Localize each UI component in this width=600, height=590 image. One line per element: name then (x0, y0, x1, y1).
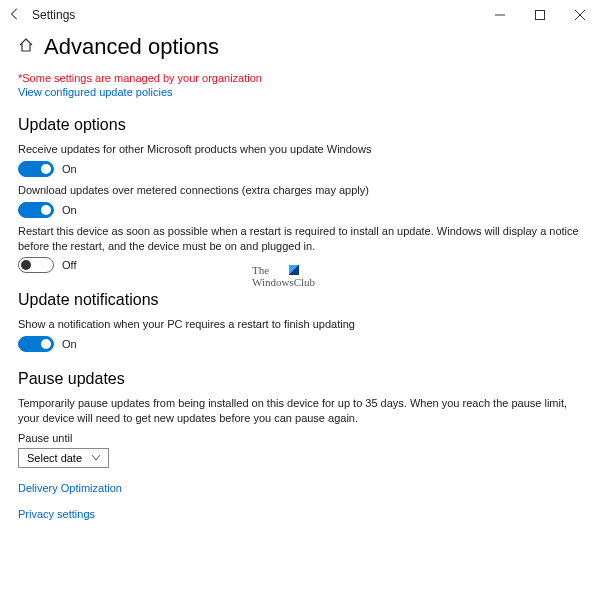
app-title: Settings (32, 8, 75, 22)
section-title-notifications: Update notifications (18, 291, 582, 309)
back-button[interactable] (8, 7, 32, 24)
page-content: Advanced options *Some settings are mana… (0, 30, 600, 530)
toggle-metered[interactable] (18, 202, 54, 218)
option-metered: Download updates over metered connection… (18, 183, 582, 218)
section-title-update-options: Update options (18, 116, 582, 134)
option-label: Restart this device as soon as possible … (18, 224, 582, 254)
toggle-state: On (62, 338, 77, 350)
section-title-pause: Pause updates (18, 370, 582, 388)
toggle-restart[interactable] (18, 257, 54, 273)
close-button[interactable] (560, 0, 600, 30)
chevron-down-icon (92, 453, 100, 463)
pause-until-label: Pause until (18, 432, 582, 444)
window-controls (480, 0, 600, 30)
page-header: Advanced options (18, 30, 582, 70)
policy-warning: *Some settings are managed by your organ… (18, 72, 582, 84)
svg-line-2 (575, 10, 585, 20)
svg-line-3 (575, 10, 585, 20)
toggle-receive-updates[interactable] (18, 161, 54, 177)
svg-rect-1 (536, 11, 545, 20)
home-icon[interactable] (18, 37, 34, 57)
policy-link[interactable]: View configured update policies (18, 86, 582, 98)
option-notification: Show a notification when your PC require… (18, 317, 582, 352)
link-delivery-optimization[interactable]: Delivery Optimization (18, 482, 582, 494)
toggle-state: On (62, 204, 77, 216)
page-title: Advanced options (44, 34, 219, 60)
toggle-state: On (62, 163, 77, 175)
pause-description: Temporarily pause updates from being ins… (18, 396, 582, 426)
option-receive-updates: Receive updates for other Microsoft prod… (18, 142, 582, 177)
toggle-state: Off (62, 259, 76, 271)
link-privacy-settings[interactable]: Privacy settings (18, 508, 582, 520)
option-label: Download updates over metered connection… (18, 183, 582, 198)
pause-date-select[interactable]: Select date (18, 448, 109, 468)
select-placeholder: Select date (27, 452, 82, 464)
maximize-button[interactable] (520, 0, 560, 30)
toggle-notification[interactable] (18, 336, 54, 352)
minimize-button[interactable] (480, 0, 520, 30)
option-restart: Restart this device as soon as possible … (18, 224, 582, 274)
titlebar: Settings (0, 0, 600, 30)
option-label: Receive updates for other Microsoft prod… (18, 142, 582, 157)
option-label: Show a notification when your PC require… (18, 317, 582, 332)
